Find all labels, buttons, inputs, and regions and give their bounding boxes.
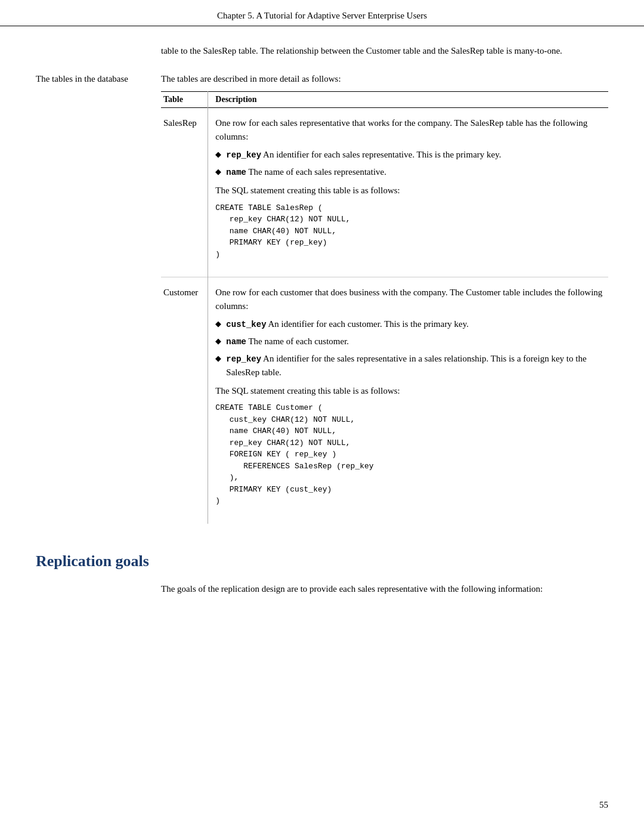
- bullet-text: cust_key An identifier for each customer…: [226, 317, 603, 331]
- tables-section: The tables in the database The tables ar…: [36, 72, 608, 524]
- intro-paragraph: table to the SalesRep table. The relatio…: [161, 44, 608, 58]
- bullet-text: rep_key An identifier for each sales rep…: [226, 148, 603, 162]
- bullet-diamond-icon: ◆: [215, 353, 221, 379]
- bullet-keyword: name: [226, 337, 246, 347]
- col-table-header: Table: [161, 92, 208, 108]
- table-desc-cell: One row for each sales representative th…: [208, 108, 608, 277]
- bullet-item: ◆rep_key An identifier for the sales rep…: [215, 352, 603, 379]
- bullet-keyword: rep_key: [226, 354, 261, 364]
- bullet-text: name The name of each sales representati…: [226, 165, 603, 179]
- page-header: Chapter 5. A Tutorial for Adaptive Serve…: [0, 0, 644, 26]
- table-name-cell: Customer: [161, 277, 208, 524]
- bullet-keyword: name: [226, 168, 246, 177]
- page-number: 55: [599, 800, 608, 810]
- sql-intro-text: The SQL statement creating this table is…: [215, 384, 603, 398]
- bullet-item: ◆rep_key An identifier for each sales re…: [215, 148, 603, 162]
- bullet-diamond-icon: ◆: [215, 335, 221, 348]
- table-desc-cell: One row for each customer that does busi…: [208, 277, 608, 524]
- table-row: CustomerOne row for each customer that d…: [161, 277, 608, 524]
- replication-section: Replication goals The goals of the repli…: [36, 552, 608, 596]
- replication-title: Replication goals: [36, 552, 608, 570]
- table-name-cell: SalesRep: [161, 108, 208, 277]
- code-block: CREATE TABLE Customer ( cust_key CHAR(12…: [215, 402, 603, 507]
- col-description-header: Description: [208, 92, 608, 108]
- bullet-item: ◆name The name of each sales representat…: [215, 165, 603, 179]
- bullet-diamond-icon: ◆: [215, 166, 221, 179]
- desc-intro: One row for each customer that does busi…: [215, 286, 603, 313]
- chapter-title: Chapter 5. A Tutorial for Adaptive Serve…: [217, 11, 427, 20]
- section-intro: The tables are described in more detail …: [161, 72, 608, 86]
- desc-intro: One row for each sales representative th…: [215, 116, 603, 143]
- bullet-keyword: rep_key: [226, 150, 261, 160]
- bullet-text: name The name of each customer.: [226, 335, 603, 348]
- code-block: CREATE TABLE SalesRep ( rep_key CHAR(12)…: [215, 202, 603, 261]
- bullet-text: rep_key An identifier for the sales repr…: [226, 352, 603, 379]
- margin-label: The tables in the database: [36, 72, 161, 524]
- bullet-item: ◆name The name of each customer.: [215, 335, 603, 348]
- bullet-diamond-icon: ◆: [215, 149, 221, 162]
- replication-paragraph: The goals of the replication design are …: [161, 582, 608, 596]
- table-row: SalesRepOne row for each sales represent…: [161, 108, 608, 277]
- bullet-diamond-icon: ◆: [215, 318, 221, 331]
- intro-text: table to the SalesRep table. The relatio…: [161, 46, 562, 55]
- sql-intro-text: The SQL statement creating this table is…: [215, 184, 603, 197]
- bullet-keyword: cust_key: [226, 320, 266, 329]
- tables-body: The tables are described in more detail …: [161, 72, 608, 524]
- table-header-row: Table Description: [161, 92, 608, 108]
- database-table: Table Description SalesRepOne row for ea…: [161, 91, 608, 524]
- page: Chapter 5. A Tutorial for Adaptive Serve…: [0, 0, 644, 828]
- bullet-item: ◆cust_key An identifier for each custome…: [215, 317, 603, 331]
- page-content: table to the SalesRep table. The relatio…: [0, 26, 644, 619]
